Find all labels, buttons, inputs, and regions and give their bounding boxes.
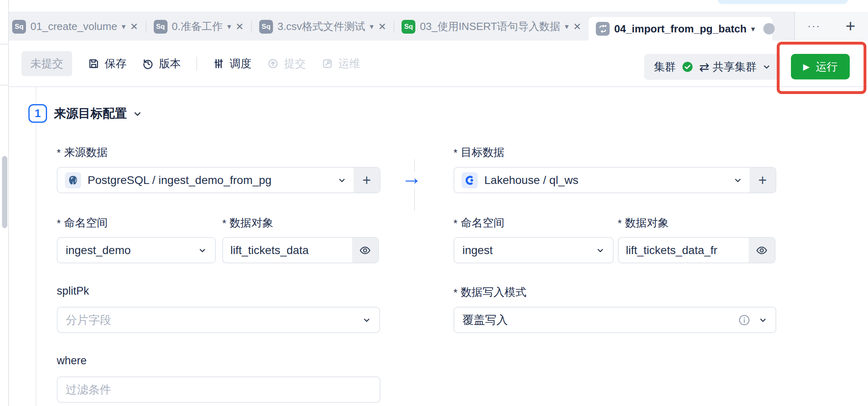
tab-import-from-pg-batch-active[interactable]: 04_import_from_pg_batch ▾ xyxy=(589,17,772,41)
target-namespace-select[interactable]: ingest xyxy=(453,237,614,263)
required-mark: * xyxy=(453,288,458,298)
write-mode-value: 覆盖写入 xyxy=(462,312,508,328)
splitpk-select[interactable]: 分片字段 xyxy=(57,307,380,333)
eye-icon xyxy=(359,244,371,256)
swap-icon: ⇄ xyxy=(699,60,709,74)
cluster-prefix-label: 集群 xyxy=(654,60,676,74)
tab-close-icon[interactable]: ✕ xyxy=(573,21,581,32)
section-number-badge: 1 xyxy=(28,104,47,123)
tab-label: 04_import_from_pg_batch xyxy=(614,23,747,35)
where-input[interactable] xyxy=(66,383,372,396)
target-object-label: * 数据对象 xyxy=(618,216,669,230)
editor-toolbar: 未提交 保存 版本 调度 xyxy=(9,41,868,87)
plus-icon: + xyxy=(362,173,371,188)
source-object-input[interactable] xyxy=(230,244,345,257)
source-object-group xyxy=(222,237,379,263)
section-header[interactable]: 来源目标配置 xyxy=(54,105,142,122)
sql-file-icon-green: Sq xyxy=(402,20,415,34)
tab-menu-caret-icon[interactable]: ▾ xyxy=(227,22,231,31)
status-badge: 未提交 xyxy=(21,51,72,76)
required-mark: * xyxy=(453,148,458,158)
required-mark: * xyxy=(57,218,61,229)
add-target-connection-button[interactable]: + xyxy=(750,168,776,192)
add-source-connection-button[interactable]: + xyxy=(354,168,380,192)
target-data-select[interactable]: Lakehouse / ql_ws xyxy=(454,168,750,192)
preview-source-object-button[interactable] xyxy=(352,238,378,263)
tab-menu-caret-icon[interactable]: ▾ xyxy=(370,22,374,31)
app-window: Sq 01_create_volume ▾ ✕ Sq 0.准备工作 ▾ ✕ Sq… xyxy=(0,0,868,406)
notification-banner xyxy=(718,0,848,4)
preview-target-object-button[interactable] xyxy=(749,238,775,263)
tab-close-icon[interactable]: ✕ xyxy=(130,21,138,32)
target-object-group xyxy=(618,237,776,263)
chevron-down-icon xyxy=(337,176,346,185)
save-button[interactable]: 保存 xyxy=(88,56,127,71)
schedule-label: 调度 xyxy=(230,56,251,71)
tab-csv-test[interactable]: Sq 3.csv格式文件测试 ▾ ✕ xyxy=(252,12,393,41)
where-field xyxy=(57,376,380,403)
where-label: where xyxy=(57,355,87,367)
new-tab-button[interactable]: + xyxy=(846,18,856,35)
tab-bar-actions: ··· + xyxy=(794,12,868,41)
splitpk-label: splitPk xyxy=(57,285,89,297)
schedule-button[interactable]: 调度 xyxy=(213,56,251,71)
version-button[interactable]: 版本 xyxy=(142,56,181,71)
required-mark: * xyxy=(222,218,226,229)
required-mark: * xyxy=(453,218,458,229)
source-data-select[interactable]: PostgreSQL / ingest_demo_from_pg xyxy=(58,168,354,192)
plus-icon: + xyxy=(758,173,767,188)
tab-preparation[interactable]: Sq 0.准备工作 ▾ ✕ xyxy=(146,12,251,41)
tab-label: 0.准备工作 xyxy=(172,19,223,34)
collapse-chevron-icon[interactable] xyxy=(133,109,142,119)
submit-label: 提交 xyxy=(284,56,306,71)
target-data-value: Lakehouse / ql_ws xyxy=(484,174,578,187)
tab-label: 03_使用INSERT语句导入数据 xyxy=(420,19,560,34)
tab-menu-caret-icon[interactable]: ▾ xyxy=(751,24,755,34)
chevron-down-icon xyxy=(198,246,207,255)
required-mark: * xyxy=(618,218,622,229)
chevron-down-icon xyxy=(733,176,742,185)
save-label: 保存 xyxy=(105,56,127,71)
write-mode-select[interactable]: 覆盖写入 xyxy=(453,307,776,333)
tab-overflow-button[interactable]: ··· xyxy=(808,20,821,32)
divider xyxy=(196,57,197,71)
cluster-name-label: 共享集群 xyxy=(713,60,756,74)
tab-label: 01_create_volume xyxy=(30,20,117,33)
sql-file-icon: Sq xyxy=(259,20,273,34)
chevron-down-icon xyxy=(758,316,767,325)
chevron-down-icon xyxy=(362,316,371,325)
tab-close-icon[interactable]: ✕ xyxy=(378,21,386,32)
section-title: 来源目标配置 xyxy=(54,105,127,122)
scrollbar-thumb[interactable] xyxy=(2,156,7,228)
source-namespace-select[interactable]: ingest_demo xyxy=(57,237,216,263)
maintain-label: 运维 xyxy=(338,56,360,71)
tab-menu-caret-icon[interactable]: ▾ xyxy=(565,22,569,31)
column-divider xyxy=(414,187,415,211)
write-mode-label: * 数据写入模式 xyxy=(453,285,526,299)
divider xyxy=(0,44,9,45)
divider xyxy=(0,85,9,85)
eye-icon xyxy=(756,244,768,256)
source-data-label: * 来源数据 xyxy=(57,145,108,160)
info-icon[interactable] xyxy=(738,314,750,326)
source-data-value: PostgreSQL / ingest_demo_from_pg xyxy=(88,174,271,187)
source-namespace-value: ingest_demo xyxy=(66,244,131,257)
postgresql-icon xyxy=(65,172,81,188)
step-connector-line xyxy=(36,87,37,406)
collapsed-panel-edge xyxy=(0,0,9,406)
cluster-selector[interactable]: 集群 ⇄ 共享集群 xyxy=(644,54,781,80)
maintain-button: 运维 xyxy=(321,56,360,71)
tab-dirty-dot xyxy=(763,23,775,34)
chevron-down-icon xyxy=(762,62,771,71)
annotation-highlight-box xyxy=(777,42,866,94)
tab-insert-import[interactable]: Sq 03_使用INSERT语句导入数据 ▾ ✕ xyxy=(394,12,589,41)
version-label: 版本 xyxy=(159,56,181,71)
target-namespace-value: ingest xyxy=(462,244,493,257)
tab-close-icon[interactable]: ✕ xyxy=(236,21,244,32)
target-object-input[interactable] xyxy=(626,244,741,257)
required-mark: * xyxy=(57,148,61,158)
tab-menu-caret-icon[interactable]: ▾ xyxy=(122,22,126,31)
submit-button: 提交 xyxy=(267,56,306,71)
editor-tab-bar: Sq 01_create_volume ▾ ✕ Sq 0.准备工作 ▾ ✕ Sq… xyxy=(0,12,868,41)
tab-01-create-volume[interactable]: Sq 01_create_volume ▾ ✕ xyxy=(5,12,146,41)
